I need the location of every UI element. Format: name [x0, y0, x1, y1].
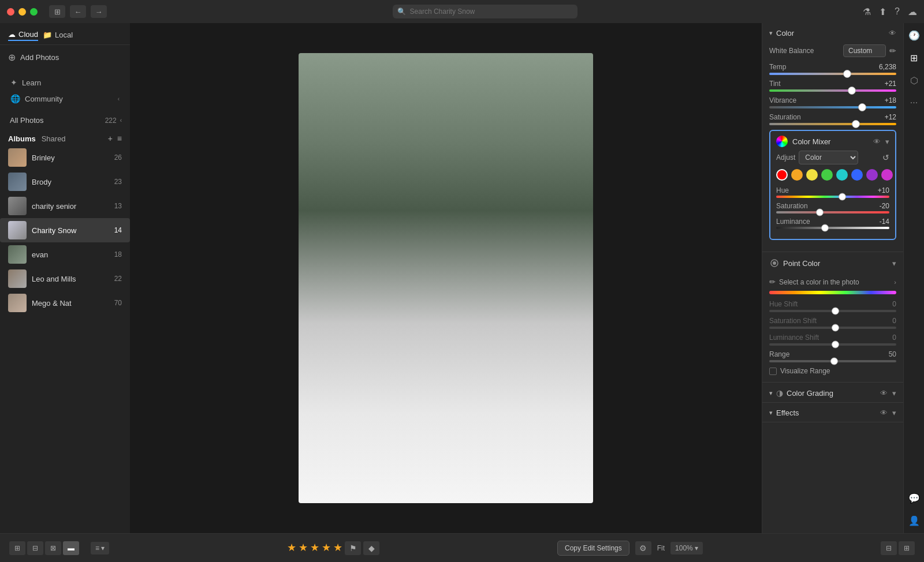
mixer-eye-icon[interactable]: 👁: [873, 137, 881, 146]
color-section-header[interactable]: ▾ Color 👁: [762, 23, 903, 42]
star-4[interactable]: ★: [322, 541, 331, 555]
lum-shift-thumb[interactable]: [832, 341, 839, 349]
sidebar-item-learn[interactable]: ✦ Learn: [8, 74, 122, 91]
copy-edit-settings-button[interactable]: Copy Edit Settings: [557, 541, 629, 556]
saturation-slider[interactable]: [769, 123, 896, 125]
shared-tab[interactable]: Shared: [42, 134, 66, 143]
white-balance-select[interactable]: CustomAutoDaylight: [843, 44, 886, 57]
color-grading-header[interactable]: ▾ ◑ Color Grading 👁 ▾: [762, 383, 903, 402]
color-dot-6[interactable]: [866, 169, 878, 181]
color-dot-5[interactable]: [851, 169, 863, 181]
sidebar-item-all-photos[interactable]: All Photos 222 ‹: [0, 111, 130, 129]
add-album-button[interactable]: +: [108, 134, 113, 143]
star-1[interactable]: ★: [287, 541, 296, 555]
mixer-chevron-icon[interactable]: ▾: [885, 137, 889, 146]
compare-button[interactable]: ⊠: [45, 541, 61, 555]
forward-button[interactable]: →: [91, 5, 107, 18]
range-slider[interactable]: [769, 360, 896, 362]
wb-eyedropper-icon[interactable]: ✏: [889, 46, 896, 55]
color-dot-3[interactable]: [821, 169, 833, 181]
album-item-brinley[interactable]: Brinley 26: [0, 145, 130, 170]
album-item-mego-&-nat[interactable]: Mego & Nat 70: [0, 291, 130, 315]
color-dot-4[interactable]: [836, 169, 848, 181]
hue-shift-thumb[interactable]: [832, 308, 839, 315]
tint-thumb[interactable]: [848, 87, 856, 95]
sort-albums-button[interactable]: ≡: [117, 134, 122, 143]
hue-slider[interactable]: [776, 196, 889, 198]
tint-slider[interactable]: [769, 89, 896, 92]
minimize-button[interactable]: [18, 8, 26, 16]
add-photos-button[interactable]: ⊕ Add Photos: [0, 45, 130, 70]
cg-collapse-icon[interactable]: ▾: [892, 389, 896, 398]
sidebar-toggle-button[interactable]: ⊞: [49, 5, 65, 18]
fullscreen-button[interactable]: [30, 8, 38, 16]
album-item-brody[interactable]: Brody 23: [0, 170, 130, 194]
search-input[interactable]: [393, 5, 578, 18]
album-item-charity-snow[interactable]: Charity Snow 14: [0, 218, 130, 242]
mixer-adjust-select[interactable]: ColorLuminance: [799, 151, 858, 164]
vibrance-thumb[interactable]: [858, 103, 866, 111]
mixer-saturation-slider[interactable]: [776, 211, 889, 213]
temp-thumb[interactable]: [843, 70, 851, 78]
pc-eyedropper-icon[interactable]: ✏: [769, 278, 776, 286]
more-options-icon[interactable]: ···: [908, 95, 920, 110]
sat-shift-thumb[interactable]: [832, 324, 839, 332]
mixer-reset-icon[interactable]: ↺: [882, 153, 889, 162]
filter-icon[interactable]: ⚗: [863, 6, 871, 17]
share-icon[interactable]: ⬆: [879, 6, 886, 17]
color-dot-1[interactable]: [791, 169, 803, 181]
history-icon[interactable]: 🕐: [906, 28, 922, 43]
album-item-evan[interactable]: evan 18: [0, 242, 130, 267]
star-3[interactable]: ★: [310, 541, 319, 555]
grid-view-button[interactable]: ⊞: [9, 541, 25, 555]
hue-thumb[interactable]: [839, 193, 846, 201]
lum-shift-slider[interactable]: [769, 343, 896, 346]
point-color-header[interactable]: Point Color ▾: [762, 252, 903, 273]
sort-button[interactable]: ≡ ▾: [91, 542, 109, 554]
flag-button[interactable]: ⚑: [345, 541, 361, 555]
adjustments-icon[interactable]: ⊞: [908, 50, 920, 66]
local-tab[interactable]: 📁 Local: [43, 29, 73, 41]
sat-shift-slider[interactable]: [769, 327, 896, 329]
album-item-charity-senior[interactable]: charity senior 13: [0, 194, 130, 218]
effects-collapse-icon[interactable]: ▾: [892, 409, 896, 417]
grid-view-2-button[interactable]: ⊟: [27, 541, 43, 555]
star-5[interactable]: ★: [333, 541, 342, 555]
filmstrip-button[interactable]: ⊟: [881, 541, 897, 555]
hue-shift-slider[interactable]: [769, 310, 896, 312]
chat-icon[interactable]: 💬: [906, 490, 922, 506]
luminance-thumb[interactable]: [821, 224, 829, 232]
main-photo[interactable]: [299, 53, 593, 503]
range-thumb[interactable]: [830, 358, 838, 365]
effects-eye-icon[interactable]: 👁: [880, 409, 888, 417]
color-dot-0[interactable]: [776, 169, 788, 181]
point-color-chevron[interactable]: ▾: [892, 259, 896, 268]
sidebar-item-community[interactable]: 🌐 Community ‹: [8, 91, 122, 107]
mask-icon[interactable]: ⬡: [908, 73, 921, 88]
cg-eye-icon[interactable]: 👁: [880, 389, 888, 398]
color-eye-icon[interactable]: 👁: [889, 29, 896, 38]
saturation-thumb[interactable]: [852, 120, 860, 128]
help-icon[interactable]: ?: [895, 6, 900, 17]
vibrance-slider[interactable]: [769, 106, 896, 108]
star-2[interactable]: ★: [299, 541, 308, 555]
mixer-sat-thumb[interactable]: [816, 209, 824, 216]
cloud-tab[interactable]: ☁ Cloud: [8, 29, 38, 41]
album-item-leo-and-mills[interactable]: Leo and Mills 22: [0, 267, 130, 291]
zoom-select[interactable]: 100% ▾: [670, 542, 703, 554]
effects-header[interactable]: ▾ Effects 👁 ▾: [762, 403, 903, 422]
single-view-button[interactable]: ▬: [63, 541, 79, 555]
color-dot-7[interactable]: [881, 169, 893, 181]
luminance-slider[interactable]: [776, 227, 889, 229]
edit-settings-gear[interactable]: ⚙: [635, 541, 651, 555]
cloud-icon[interactable]: ☁: [908, 6, 917, 17]
temp-slider[interactable]: [769, 73, 896, 75]
back-button[interactable]: ←: [70, 5, 86, 18]
visualize-range-checkbox[interactable]: [769, 368, 777, 375]
color-label-button[interactable]: ◆: [363, 541, 379, 555]
albums-tab[interactable]: Albums: [8, 134, 36, 143]
color-dot-2[interactable]: [806, 169, 818, 181]
close-button[interactable]: [7, 8, 14, 16]
detail-button[interactable]: ⊞: [899, 541, 915, 555]
person-icon[interactable]: 👤: [906, 513, 922, 529]
